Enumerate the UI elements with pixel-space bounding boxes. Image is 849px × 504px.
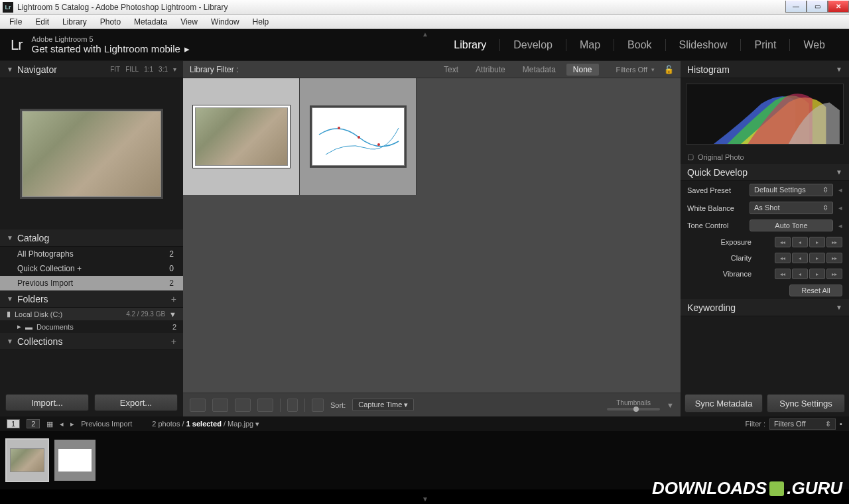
vibrance-big-plus[interactable]: ▸▸ (826, 269, 842, 279)
painter-icon[interactable] (287, 399, 298, 412)
navigator-preview[interactable] (0, 78, 183, 229)
folder-disk-c[interactable]: ▮ Local Disk (C:) 4.2 / 29.3 GB ▼ (0, 308, 183, 320)
toolbar-chevron-icon[interactable]: ▼ (667, 401, 674, 409)
zoom-1-1[interactable]: 1:1 (144, 66, 153, 73)
filter-attribute[interactable]: Attribute (469, 64, 512, 76)
catalog-previous-import[interactable]: Previous Import2 (0, 276, 183, 290)
menu-library[interactable]: Library (57, 16, 92, 28)
exposure-big-minus[interactable]: ◂◂ (775, 237, 791, 247)
clarity-big-plus[interactable]: ▸▸ (826, 253, 842, 263)
filter-dropdown[interactable]: Filters Off⇳ (769, 418, 836, 430)
menu-photo[interactable]: Photo (95, 16, 126, 28)
add-folder-icon[interactable]: + (171, 294, 176, 304)
navigator-header[interactable]: ▼ Navigator FIT FILL 1:1 3:1 ▾ (0, 61, 183, 78)
checkbox-icon[interactable]: ▢ (687, 153, 694, 161)
sort-direction-icon[interactable] (312, 399, 324, 412)
filter-switch-icon[interactable]: ▪ (840, 420, 842, 428)
auto-tone-button[interactable]: Auto Tone (750, 220, 833, 231)
exposure-minus[interactable]: ◂ (792, 237, 808, 247)
filter-metadata[interactable]: Metadata (516, 64, 562, 76)
module-library[interactable]: Library (440, 39, 499, 51)
nav-forward-icon[interactable]: ▸ (70, 420, 74, 428)
import-button[interactable]: Import... (5, 394, 89, 411)
filters-off-dropdown[interactable]: Filters Off (616, 66, 647, 74)
histogram-header[interactable]: Histogram ▼ (681, 61, 849, 78)
menu-help[interactable]: Help (247, 16, 275, 28)
status-source[interactable]: Previous Import (81, 420, 132, 428)
thumbnail-grid[interactable] (183, 78, 681, 393)
keywording-header[interactable]: Keywording ▼ (681, 299, 849, 316)
filmstrip-thumb-1[interactable] (7, 440, 48, 481)
collections-header[interactable]: ▼ Collections + (0, 333, 183, 350)
clarity-big-minus[interactable]: ◂◂ (775, 253, 791, 263)
export-button[interactable]: Export... (94, 394, 178, 411)
compare-view-icon[interactable] (235, 399, 251, 412)
thumbnail-size-slider[interactable]: Thumbnails (607, 399, 660, 410)
catalog-header[interactable]: ▼ Catalog (0, 229, 183, 247)
expand-icon[interactable]: ◂ (838, 204, 842, 212)
top-panel-toggle-icon[interactable]: ▲ (422, 31, 428, 38)
grid-cell-2[interactable] (300, 78, 417, 195)
lock-icon[interactable]: 🔓 (664, 65, 674, 74)
grid-view-icon[interactable] (190, 399, 206, 412)
quick-develop-header[interactable]: Quick Develop ▼ (681, 164, 849, 181)
expand-icon[interactable]: ◂ (838, 221, 842, 230)
zoom-3-1[interactable]: 3:1 (159, 66, 168, 73)
sync-metadata-button[interactable]: Sync Metadata (685, 394, 763, 412)
zoom-chevron-icon[interactable]: ▾ (173, 66, 176, 73)
page-2-button[interactable]: 2 (27, 419, 40, 428)
filter-text[interactable]: Text (437, 64, 465, 76)
grid-icon[interactable]: ▦ (46, 420, 53, 428)
menu-edit[interactable]: Edit (30, 16, 54, 28)
folder-documents[interactable]: ▸ ▬ Documents 2 (0, 320, 183, 333)
preset-dropdown[interactable]: Default Settings⇳ (750, 184, 833, 196)
window-close-button[interactable]: ✕ (828, 1, 849, 13)
module-slideshow[interactable]: Slideshow (665, 39, 741, 51)
catalog-all-photographs[interactable]: All Photographs2 (0, 247, 183, 261)
module-map[interactable]: Map (566, 39, 614, 51)
nav-back-icon[interactable]: ◂ (60, 420, 64, 428)
window-minimize-button[interactable]: — (785, 1, 807, 13)
loupe-view-icon[interactable] (212, 399, 228, 412)
sync-settings-button[interactable]: Sync Settings (767, 394, 845, 412)
clarity-plus[interactable]: ▸ (809, 253, 825, 263)
zoom-fill[interactable]: FILL (125, 66, 139, 73)
grid-cell-1[interactable] (183, 78, 300, 195)
exposure-plus[interactable]: ▸ (809, 237, 825, 247)
reset-all-button[interactable]: Reset All (789, 284, 842, 296)
menu-view[interactable]: View (175, 16, 203, 28)
catalog-quick-collection[interactable]: Quick Collection +0 (0, 261, 183, 276)
menu-window[interactable]: Window (206, 16, 245, 28)
module-book[interactable]: Book (614, 39, 665, 51)
clarity-minus[interactable]: ◂ (792, 253, 808, 263)
filmstrip-thumb-2[interactable] (54, 440, 96, 481)
sort-dropdown[interactable]: Capture Time ▾ (352, 399, 414, 411)
vibrance-minus[interactable]: ◂ (792, 269, 808, 279)
histogram-chart[interactable] (686, 84, 844, 145)
svg-point-1 (358, 136, 360, 139)
add-collection-icon[interactable]: + (171, 336, 176, 347)
page-1-button[interactable]: 1 (7, 419, 20, 428)
menu-file[interactable]: File (4, 16, 27, 28)
slider-track[interactable] (607, 408, 660, 410)
window-maximize-button[interactable]: ▭ (807, 1, 828, 13)
chevron-down-icon[interactable]: ▾ (651, 66, 655, 73)
wb-dropdown[interactable]: As Shot⇳ (750, 202, 833, 214)
module-web[interactable]: Web (789, 39, 838, 51)
header-main[interactable]: Get started with Lightroom mobile (32, 43, 180, 54)
exposure-big-plus[interactable]: ▸▸ (826, 237, 842, 247)
bottom-panel-toggle-icon[interactable]: ▼ (422, 495, 428, 503)
module-develop[interactable]: Develop (499, 39, 566, 51)
zoom-fit[interactable]: FIT (110, 66, 120, 73)
vibrance-big-minus[interactable]: ◂◂ (775, 269, 791, 279)
module-print[interactable]: Print (740, 39, 789, 51)
filter-none[interactable]: None (566, 64, 599, 76)
folders-header[interactable]: ▼ Folders + (0, 290, 183, 308)
survey-view-icon[interactable] (257, 399, 273, 412)
vibrance-plus[interactable]: ▸ (809, 269, 825, 279)
expand-icon[interactable]: ◂ (838, 186, 842, 194)
chevron-down-icon[interactable]: ▼ (169, 310, 176, 318)
original-photo-row[interactable]: ▢Original Photo (681, 150, 849, 164)
chevron-down-icon[interactable]: ▾ (255, 420, 259, 428)
menu-metadata[interactable]: Metadata (129, 16, 172, 28)
